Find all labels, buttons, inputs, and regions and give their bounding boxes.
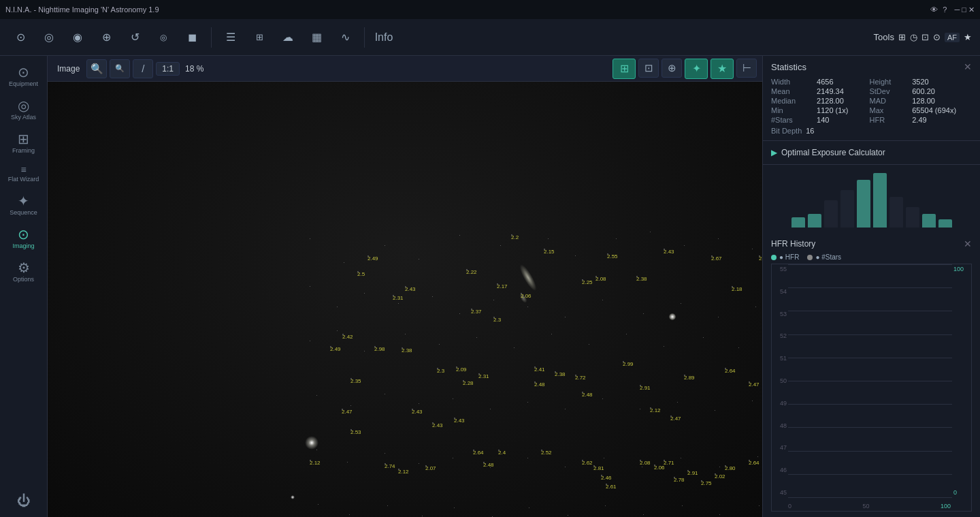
flat-wizard-icon: ≡ [20,165,26,174]
mean-label: Mean [771,87,811,95]
sidebar-item-equipment[interactable]: ⊙ Equipment [5,61,43,92]
stats-close-btn[interactable]: ✕ [964,61,972,72]
micro-star [419,463,419,464]
micro-star [565,467,566,467]
wave-icon[interactable]: ∿ [333,25,357,50]
micro-star [439,344,440,345]
sidebar-item-sky-atlas[interactable]: ◎ Sky Atlas [5,95,43,125]
bar-4 [840,190,854,228]
sidebar-item-framing[interactable]: ⊞ Framing [5,128,43,159]
power-icon: ⏻ [17,494,31,507]
crosshair-btn[interactable]: / [133,59,153,78]
wheel-icon[interactable]: ◉ [65,25,90,50]
grid-line [788,311,952,311]
y-49: 49 [772,400,788,407]
stars-legend-label: ● #Stars [815,253,841,261]
star-dot [687,470,689,471]
minimize-btn[interactable]: ─ [954,5,960,14]
toolbar-sep-2 [364,27,365,48]
star-dot [374,346,376,347]
star-dot [498,450,500,451]
micro-star [310,341,310,341]
micro-star [337,330,338,331]
crosshair2-btn[interactable]: ⊕ [662,59,682,78]
wand-btn[interactable]: ✦ [685,59,708,79]
grid-line [788,497,952,498]
micro-star [527,307,528,307]
info-btn[interactable]: Info [372,25,396,50]
arrow-icon: ▶ [771,148,777,157]
star-background [48,82,762,517]
micro-star [349,514,350,515]
bar-3 [824,200,838,228]
framing-icon: ⊞ [18,132,29,146]
af-label: AF [945,33,960,42]
image-area[interactable]: 2.22.152.492.552.252.082.52.222.172.432.… [48,82,762,517]
main-area: ⊙ Equipment ◎ Sky Atlas ⊞ Framing ≡ Flat… [0,56,980,517]
zoom-in-btn[interactable]: 🔍 [86,59,107,78]
maximize-btn[interactable]: □ [962,5,966,14]
refresh-icon[interactable]: ↺ [122,25,147,50]
r-0: 0 [952,489,971,496]
framing-label: Framing [12,147,35,155]
imaging-icon: ⊙ [18,228,29,241]
star-dot [342,334,344,335]
micro-star [490,467,491,468]
y-52: 52 [772,332,788,339]
micro-star [664,346,664,347]
options-label: Options [13,276,34,283]
grid-view-btn[interactable]: ⊞ [612,59,636,79]
scope-icon[interactable]: ◎ [151,25,176,50]
micro-star [527,402,528,403]
stop-icon[interactable]: ◼ [180,25,204,50]
star-dot [454,418,455,419]
hfr-close-btn[interactable]: ✕ [964,238,972,249]
grid3-icon: ⊞ [898,32,906,42]
power-btn[interactable]: ⏻ [5,490,43,512]
star-dot [511,234,512,236]
titlebar: N.I.N.A. - Nighttime Imaging 'N' Astrono… [0,0,980,19]
star-btn[interactable]: ★ [710,59,734,79]
star-dot [425,465,427,467]
bright-star-2 [669,313,676,320]
eye-icon[interactable]: 👁 [930,5,938,14]
zoom-out-btn[interactable]: 🔍 [110,59,130,78]
chart-icon[interactable]: ▦ [304,25,329,50]
aperture-icon[interactable]: ◎ [37,25,61,50]
star-dot [534,366,536,368]
star-dot [393,295,394,296]
help-icon[interactable]: ? [943,5,947,14]
star-dot [606,484,607,485]
micro-star [459,313,460,314]
sidebar-item-flat-wizard[interactable]: ≡ Flat Wizard [5,161,43,187]
close-btn[interactable]: ✕ [968,5,975,14]
median-label: Median [771,97,811,105]
micro-star [385,394,385,394]
micro-star [719,467,720,467]
imaging-label: Imaging [12,242,34,250]
star-dot [759,255,760,257]
zoom-ratio-btn[interactable]: 1:1 [156,62,180,76]
filter-icon[interactable]: ⊞ [247,25,272,50]
ruler-btn[interactable]: ⊢ [736,59,757,78]
list-icon[interactable]: ☰ [218,25,243,50]
tools-btn[interactable]: Tools ⊞ ◷ ⊡ ⊙ AF ★ [874,32,972,42]
camera-icon[interactable]: ⊙ [8,25,33,50]
micro-star [350,405,351,406]
micro-star [422,516,423,516]
sidebar-item-imaging[interactable]: ⊙ Imaging [5,223,43,254]
micro-star [398,303,399,304]
micro-star [551,334,552,334]
micro-star [385,453,385,454]
micro-star [755,307,756,307]
star-dot [466,269,468,270]
x-100: 100 [941,503,951,510]
cloud-icon[interactable]: ☁ [276,25,300,50]
sequence-label: Sequence [10,209,37,217]
bar-2 [808,214,821,228]
sidebar-item-options[interactable]: ⚙ Options [5,257,43,287]
target-icon[interactable]: ⊕ [94,25,118,50]
sidebar-item-sequence[interactable]: ✦ Sequence [5,190,43,221]
zoom-fit-btn[interactable]: ⊡ [638,59,659,78]
optimal-exposure-btn[interactable]: ▶ Optimal Exposure Calculator [763,141,980,165]
